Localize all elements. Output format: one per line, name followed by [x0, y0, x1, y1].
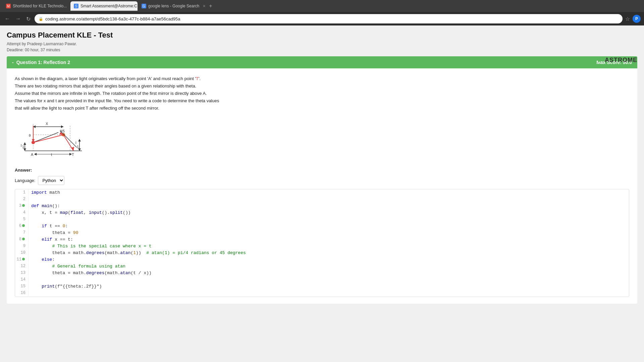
- reload-button[interactable]: ↻: [25, 14, 32, 23]
- line-content-3: def main():: [29, 203, 629, 209]
- tab-2[interactable]: S Smart Assessment@Astrome:C ✕: [70, 1, 138, 11]
- highlight-T: T: [196, 76, 199, 81]
- profile-button[interactable]: P: [633, 15, 641, 23]
- svg-marker-27: [78, 139, 81, 141]
- tab-2-label: Smart Assessment@Astrome:C: [80, 4, 137, 8]
- tab-1[interactable]: M Shortlisted for KLE Technolo... ✕: [3, 1, 70, 11]
- question-block: - Question 1: Reflection 2 Max Score: 50…: [7, 56, 637, 304]
- tab-1-label: Shortlisted for KLE Technolo...: [13, 4, 67, 8]
- line-number-3: 3: [15, 203, 29, 209]
- line-number-2: 2: [15, 196, 29, 202]
- code-line-16: 16: [15, 290, 629, 297]
- deadline: Deadline: 00 hour, 37 minutes: [7, 47, 637, 53]
- page-content: ➤ ASTROME Campus Placement KLE - Test At…: [0, 25, 644, 362]
- line-content-12: # General formula using atan: [29, 263, 629, 269]
- bookmark-icon[interactable]: ☆: [625, 16, 630, 22]
- line-number-15: 15: [15, 283, 29, 289]
- astrome-logo-icon: ➤: [597, 56, 603, 64]
- code-line-4: 4 x, t = map(float, input().split()): [15, 209, 629, 216]
- line-number-11: 11: [15, 256, 29, 262]
- code-editor[interactable]: 1 import math 2 3 def main(): 4 x, t = m…: [15, 189, 629, 297]
- diagram-container: X θ/5 θ: [15, 117, 629, 161]
- code-line-5: 5: [15, 216, 629, 223]
- line-number-7: 7: [15, 230, 29, 236]
- line-content-4: x, t = map(float, input().split()): [29, 209, 629, 216]
- language-selector-row: Language: Python C++ Java C: [15, 176, 629, 185]
- code-line-2: 2: [15, 196, 629, 203]
- svg-text:l: l: [75, 141, 76, 145]
- tab-3-label: google lens - Google Search: [148, 4, 199, 8]
- svg-marker-22: [23, 142, 26, 145]
- line-number-5: 5: [15, 216, 29, 222]
- svg-text:1: 1: [77, 145, 79, 149]
- line-number-1: 1: [15, 189, 29, 195]
- diagram-svg: X θ/5 θ: [15, 117, 89, 161]
- tab-bar: M Shortlisted for KLE Technolo... ✕ S Sm…: [0, 0, 644, 12]
- svg-text:X: X: [46, 122, 48, 126]
- question-header: - Question 1: Reflection 2 Max Score: 50…: [7, 56, 637, 68]
- question-header-left: - Question 1: Reflection 2: [12, 60, 70, 65]
- code-line-11: 11 else:: [15, 256, 629, 263]
- code-line-1: 1 import math: [15, 189, 629, 196]
- back-button[interactable]: ←: [3, 14, 11, 23]
- svg-marker-35: [69, 153, 72, 156]
- line-content-2: [29, 196, 629, 197]
- astrome-logo: ➤ ASTROME: [597, 56, 637, 64]
- tab-2-favicon: S: [74, 4, 78, 8]
- page-title: Campus Placement KLE - Test: [7, 31, 637, 40]
- line-content-6: if t == 0:: [29, 223, 629, 229]
- svg-text:A: A: [31, 153, 34, 157]
- svg-line-14: [33, 135, 63, 142]
- code-line-15: 15 print(f"{{theta:.2f}}"): [15, 283, 629, 290]
- svg-text:θ: θ: [29, 134, 31, 137]
- problem-text: As shown in the diagram, a laser light o…: [15, 75, 629, 112]
- line-number-13: 13: [15, 270, 29, 276]
- new-tab-button[interactable]: +: [206, 1, 215, 11]
- line-content-10: theta = math.degrees(math.atan(1)) # ata…: [29, 250, 629, 256]
- collapse-button[interactable]: -: [12, 60, 14, 65]
- address-text: coding.astrome.co/attempt/d5bdc138-6a3c-…: [45, 16, 180, 21]
- line-content-5: [29, 216, 629, 218]
- lock-icon: 🔒: [39, 17, 43, 21]
- svg-marker-23: [23, 148, 26, 151]
- language-label: Language:: [15, 178, 35, 183]
- code-line-7: 7 theta = 90: [15, 230, 629, 236]
- language-select[interactable]: Python C++ Java C: [38, 176, 64, 185]
- address-bar[interactable]: 🔒 coding.astrome.co/attempt/d5bdc138-6a3…: [35, 14, 623, 23]
- svg-text:1: 1: [22, 145, 24, 149]
- forward-button[interactable]: →: [14, 14, 22, 23]
- line-number-16: 16: [15, 290, 29, 296]
- svg-text:t: t: [51, 153, 52, 157]
- code-line-3: 3 def main():: [15, 203, 629, 209]
- line-content-11: else:: [29, 256, 629, 263]
- code-line-12: 12 # General formula using atan: [15, 263, 629, 270]
- page-header: Campus Placement KLE - Test Attempt by P…: [7, 31, 637, 53]
- line-number-4: 4: [15, 209, 29, 216]
- line-number-9: 9: [15, 243, 29, 249]
- code-line-10: 10 theta = math.degrees(math.atan(1)) # …: [15, 250, 629, 256]
- code-line-13: 13 theta = math.degrees(math.atan(t / x)…: [15, 270, 629, 277]
- tab-3-favicon: G: [142, 4, 146, 8]
- line-number-14: 14: [15, 277, 29, 283]
- address-bar-row: ← → ↻ 🔒 coding.astrome.co/attempt/d5bdc1…: [0, 12, 644, 25]
- tab-3[interactable]: G google lens - Google Search ✕: [138, 1, 205, 11]
- line-content-7: theta = 90: [29, 230, 629, 236]
- answer-label: Answer:: [15, 168, 629, 173]
- code-line-14: 14: [15, 277, 629, 283]
- line-content-14: [29, 277, 629, 278]
- svg-line-9: [33, 132, 58, 142]
- line-content-15: print(f"{{theta:.2f}}"): [29, 283, 629, 290]
- line-number-12: 12: [15, 263, 29, 269]
- browser-chrome: M Shortlisted for KLE Technolo... ✕ S Sm…: [0, 0, 644, 25]
- code-line-6: 6 if t == 0:: [15, 223, 629, 230]
- svg-line-16: [60, 131, 77, 147]
- tab-3-close[interactable]: ✕: [203, 4, 205, 8]
- line-number-6: 6: [15, 223, 29, 229]
- line-content-1: import math: [29, 189, 629, 196]
- svg-marker-4: [61, 125, 63, 128]
- attempt-by: Attempt by Pradeep Laxmanrao Pawar.: [7, 41, 637, 47]
- code-line-8: 8 elif x == t:: [15, 236, 629, 243]
- svg-marker-3: [33, 125, 36, 128]
- svg-text:T: T: [72, 153, 74, 157]
- line-number-8: 8: [15, 236, 29, 242]
